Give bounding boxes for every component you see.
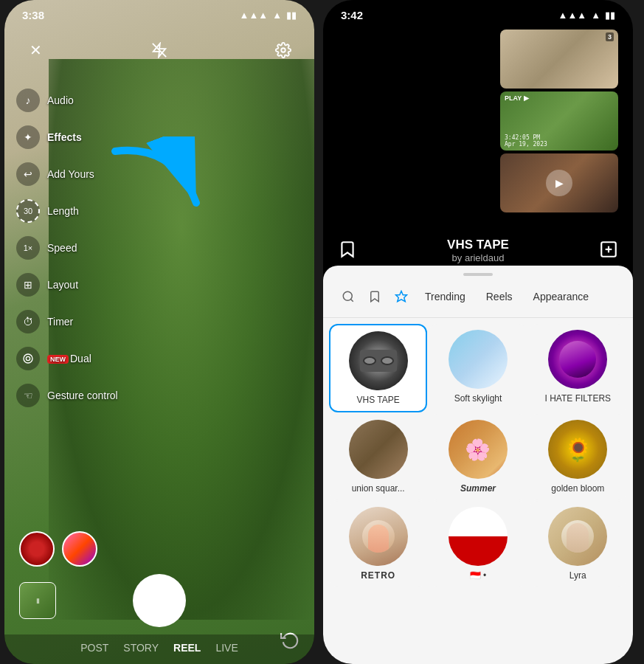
speed-icon: 1× — [16, 236, 40, 260]
timer-icon: ⏱ — [16, 310, 40, 333]
wifi-icon-right: ▲ — [591, 10, 600, 21]
effect-summer[interactable]: 🌸 Summer — [429, 414, 527, 499]
status-time-right: 3:42 — [341, 9, 363, 21]
vhs-tape-thumb — [349, 331, 408, 390]
svg-point-4 — [26, 356, 30, 360]
effect-lyra[interactable]: Lyra — [529, 501, 627, 587]
appearance-tab[interactable]: Appearance — [523, 285, 600, 308]
skylight-thumb — [449, 330, 508, 389]
add-yours-menu-item[interactable]: ↩ Add Yours — [16, 162, 118, 186]
filter-tabs: Trending Reels Appearance — [323, 276, 633, 318]
effects-icon: ✦ — [16, 125, 40, 149]
bottom-nav: POST STORY REEL LIVE — [4, 634, 314, 664]
flag-thumb — [449, 507, 508, 566]
add-yours-label: Add Yours — [47, 168, 94, 180]
bookmark-button[interactable] — [338, 240, 357, 262]
effect-name-block: VHS TAPE by arieldaud — [447, 238, 509, 263]
status-bar: 3:38 ▲▲▲ ▲ ▮▮ — [22, 9, 297, 21]
play-button-overlay: ▶ — [546, 170, 572, 196]
svg-point-9 — [343, 291, 352, 300]
nav-story[interactable]: STORY — [123, 642, 159, 654]
gesture-label: Gesture control — [47, 390, 118, 401]
effect-golden-bloom[interactable]: 🌻 golden bloom — [529, 414, 627, 499]
retro-label: RETRO — [361, 570, 395, 581]
speed-label: Speed — [47, 242, 77, 254]
reels-tab[interactable]: Reels — [476, 285, 523, 308]
vhs-tape-label: VHS TAPE — [357, 395, 400, 405]
effect-avatar-1[interactable] — [19, 531, 55, 567]
flash-off-icon[interactable] — [146, 37, 173, 63]
timer-menu-item[interactable]: ⏱ Timer — [16, 310, 118, 333]
svg-point-2 — [281, 48, 285, 52]
effect-union-square[interactable]: union squar... — [329, 414, 427, 499]
retro-thumb — [349, 507, 408, 566]
nav-reel[interactable]: REEL — [173, 642, 201, 654]
gesture-icon: ☜ — [16, 384, 40, 407]
union-square-thumb — [349, 420, 408, 479]
dual-icon — [16, 347, 40, 370]
speed-menu-item[interactable]: 1× Speed — [16, 236, 118, 260]
right-phone: 3:42 ▲▲▲ ▲ ▮▮ 3 PLAY ▶ 3:42:05 PMApr 19,… — [323, 0, 633, 664]
video-strip-1[interactable]: 3 — [500, 30, 618, 89]
dual-menu-item[interactable]: NEWDual — [16, 347, 118, 370]
lyra-thumb — [548, 507, 607, 566]
effect-title: VHS TAPE — [447, 238, 509, 252]
effects-grid: VHS TAPE Soft skylight I HATE FILTERS — [323, 318, 633, 592]
gallery-thumb[interactable]: ▮ — [19, 582, 56, 619]
add-effect-button[interactable] — [599, 240, 618, 262]
svg-marker-11 — [396, 291, 407, 302]
length-menu-item[interactable]: 30 Length — [16, 199, 118, 223]
close-button[interactable]: ✕ — [22, 37, 49, 63]
gesture-control-menu-item[interactable]: ☜ Gesture control — [16, 384, 118, 407]
effect-avatar-2[interactable] — [62, 531, 97, 567]
effect-i-hate-filters[interactable]: I HATE FILTERS — [529, 324, 627, 412]
effect-vhs-tape[interactable]: VHS TAPE — [329, 324, 427, 412]
shutter-button[interactable] — [133, 574, 186, 627]
effect-flag[interactable]: 🇮🇩 • — [429, 501, 527, 587]
length-icon: 30 — [16, 199, 40, 223]
play-label: PLAY ▶ — [505, 94, 529, 102]
signal-icon-right: ▲▲▲ — [558, 10, 587, 21]
lyra-label: Lyra — [569, 570, 586, 581]
status-icons: ▲▲▲ ▲ ▮▮ — [240, 10, 297, 21]
summer-label: Summer — [460, 483, 496, 494]
effects-tab[interactable] — [388, 283, 415, 310]
nav-live[interactable]: LIVE — [215, 642, 238, 654]
top-buttons: ✕ — [22, 37, 297, 63]
golden-bloom-thumb: 🌻 — [548, 420, 607, 479]
audio-label: Audio — [47, 94, 74, 106]
signal-icon: ▲▲▲ — [240, 10, 269, 21]
camera-menu: ♪ Audio ✦ Effects ↩ Add Yours 30 Length … — [16, 89, 118, 407]
status-time: 3:38 — [22, 9, 44, 21]
effect-retro[interactable]: RETRO — [329, 501, 427, 587]
layout-menu-item[interactable]: ⊞ Layout — [16, 273, 118, 297]
wifi-icon: ▲ — [272, 10, 282, 21]
soft-skylight-label: Soft skylight — [454, 393, 502, 404]
settings-button[interactable] — [270, 37, 297, 63]
effect-author: by arieldaud — [447, 252, 509, 263]
status-bar-right: 3:42 ▲▲▲ ▲ ▮▮ — [341, 9, 615, 21]
video-strip-2[interactable]: PLAY ▶ 3:42:05 PMApr 19, 2023 — [500, 91, 618, 151]
avatar-row — [4, 531, 314, 567]
audio-menu-item[interactable]: ♪ Audio — [16, 89, 118, 112]
left-phone: 3:38 ▲▲▲ ▲ ▮▮ ✕ ♪ Audio ✦ — [4, 0, 314, 664]
effects-label: Effects — [47, 131, 82, 143]
status-icons-right: ▲▲▲ ▲ ▮▮ — [558, 10, 615, 21]
union-square-label: union squar... — [352, 483, 405, 494]
battery-icon-right: ▮▮ — [605, 10, 615, 21]
timer-label: Timer — [47, 316, 73, 328]
effects-bottom-sheet: Trending Reels Appearance VHS TAPE Soft … — [323, 266, 633, 664]
layout-icon: ⊞ — [16, 273, 40, 297]
svg-point-3 — [24, 354, 32, 363]
search-tab[interactable] — [335, 283, 361, 310]
nav-post[interactable]: POST — [80, 642, 108, 654]
audio-icon: ♪ — [16, 89, 40, 112]
effects-menu-item[interactable]: ✦ Effects — [16, 125, 118, 149]
effect-soft-skylight[interactable]: Soft skylight — [429, 324, 527, 412]
trending-tab[interactable]: Trending — [415, 285, 476, 308]
video-preview-strips: 3 PLAY ▶ 3:42:05 PMApr 19, 2023 ▶ — [500, 30, 618, 212]
summer-thumb: 🌸 — [449, 420, 508, 479]
video-strip-3[interactable]: ▶ — [500, 153, 618, 212]
battery-icon: ▮▮ — [286, 10, 297, 21]
saved-tab[interactable] — [361, 283, 388, 310]
